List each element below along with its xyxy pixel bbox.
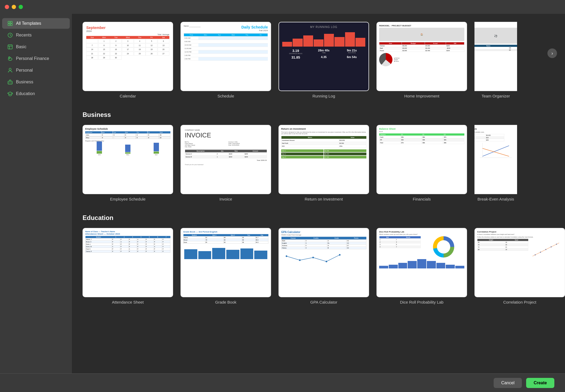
svg-rect-0 xyxy=(8,21,10,23)
education-templates-row: Name of Class — Teacher's Name Attendanc… xyxy=(83,228,554,304)
svg-point-11 xyxy=(9,68,11,70)
cal-month: September xyxy=(86,26,169,30)
template-thumb-running-log: MY RUNNING LOG xyxy=(279,22,369,91)
sidebar-item-label: Business xyxy=(16,80,33,84)
piggy-icon xyxy=(7,56,13,61)
template-label: Calendar xyxy=(120,94,136,98)
template-thumb-gpa: GPA Calculator ITEMS Grade Point Average… xyxy=(279,228,369,297)
cancel-button[interactable]: Cancel xyxy=(494,378,522,388)
close-button[interactable] xyxy=(5,5,9,9)
template-thumb-employee-schedule: Employee Schedule Employee Mon Tue Wed T… xyxy=(83,125,173,194)
content-area: September 2024 TotalAverage Sun Mon Tue … xyxy=(72,14,565,392)
maximize-button[interactable] xyxy=(19,5,23,9)
template-card-attendance[interactable]: Name of Class — Teacher's Name Attendanc… xyxy=(83,228,173,304)
scroll-right-button[interactable]: › xyxy=(547,48,557,58)
template-label: Financials xyxy=(413,197,431,201)
business-templates-row: Employee Schedule Employee Mon Tue Wed T… xyxy=(83,125,554,201)
template-label: Attendance Sheet xyxy=(112,300,144,304)
template-card-gpa[interactable]: GPA Calculator ITEMS Grade Point Average… xyxy=(279,228,369,304)
template-thumb-break-even: Break-Even Analysis Use this tool to ana… xyxy=(474,125,517,194)
template-label: Team Organizer xyxy=(482,94,510,98)
template-thumb-home-improvement: REMODEL - PROJECT BUDGET 🏠 Item Budget A… xyxy=(376,22,467,91)
template-card-invoice[interactable]: COMPANY NAME INVOICE Bill To: Client Nam… xyxy=(181,125,271,201)
sidebar-item-education[interactable]: Education xyxy=(2,88,70,99)
sidebar-item-personal-finance[interactable]: Personal Finance xyxy=(2,53,70,64)
template-card-home-improvement[interactable]: REMODEL - PROJECT BUDGET 🏠 Item Budget A… xyxy=(376,22,467,98)
sidebar-item-all-templates[interactable]: All Templates xyxy=(2,18,70,29)
briefcase-icon xyxy=(7,79,13,85)
template-card-schedule[interactable]: Name ___________ Daily Schedule Fall 202… xyxy=(181,22,271,98)
template-thumb-team-organizer: WILDCATS SOCCER ⚽ # Name Pos 1SmithGK 5J… xyxy=(474,22,517,91)
template-thumb-invoice: COMPANY NAME INVOICE Bill To: Client Nam… xyxy=(181,125,271,194)
template-label: Invoice xyxy=(219,197,232,201)
svg-line-16 xyxy=(482,146,509,156)
svg-point-10 xyxy=(9,59,10,59)
template-card-employee-schedule[interactable]: Employee Schedule Employee Mon Tue Wed T… xyxy=(83,125,173,201)
svg-rect-5 xyxy=(8,45,12,49)
template-label: Break-Even Analysis xyxy=(477,197,514,201)
template-card-calendar[interactable]: September 2024 TotalAverage Sun Mon Tue … xyxy=(83,22,173,98)
template-label: Grade Book xyxy=(215,300,236,304)
template-thumb-roi: Return on Investment This tool is design… xyxy=(279,125,369,194)
sidebar-item-label: Basic xyxy=(16,44,26,49)
template-label: Schedule xyxy=(218,94,234,98)
template-label: Running Log xyxy=(312,94,335,98)
template-thumb-calendar: September 2024 TotalAverage Sun Mon Tue … xyxy=(83,22,173,91)
sidebar-item-label: Recents xyxy=(16,33,32,38)
template-label: Employee Schedule xyxy=(110,197,145,201)
template-thumb-financials: Balance Sheet As of: Category Q1 Q2 Q3 C… xyxy=(376,125,467,194)
template-thumb-dice-roll: Dice Roll Probability Lab Which numbers … xyxy=(376,228,467,297)
sidebar: All Templates Recents Basic xyxy=(0,14,72,392)
section-heading-business: Business xyxy=(83,111,554,119)
template-label: Return on Investment xyxy=(305,197,343,201)
sidebar-item-personal[interactable]: Personal xyxy=(2,65,70,76)
create-button[interactable]: Create xyxy=(526,378,554,388)
template-card-running-log[interactable]: MY RUNNING LOG xyxy=(279,22,369,98)
svg-marker-14 xyxy=(7,92,13,95)
sidebar-item-label: Personal xyxy=(16,68,33,73)
person-icon xyxy=(7,68,13,73)
template-thumb-schedule: Name ___________ Daily Schedule Fall 202… xyxy=(181,22,271,91)
template-card-financials[interactable]: Balance Sheet As of: Category Q1 Q2 Q3 C… xyxy=(376,125,467,201)
sidebar-item-basic[interactable]: Basic xyxy=(2,42,70,52)
svg-rect-2 xyxy=(8,24,10,26)
template-label: GPA Calculator xyxy=(310,300,337,304)
svg-line-17 xyxy=(482,148,509,156)
mortarboard-icon xyxy=(7,91,13,96)
top-templates-row: September 2024 TotalAverage Sun Mon Tue … xyxy=(83,22,554,98)
sidebar-item-label: Personal Finance xyxy=(16,56,49,61)
template-thumb-attendance: Name of Class — Teacher's Name Attendanc… xyxy=(83,228,173,297)
svg-rect-1 xyxy=(10,21,12,23)
bottom-bar: Cancel Create xyxy=(0,373,565,392)
section-heading-education: Education xyxy=(83,214,554,222)
clock-icon xyxy=(7,32,13,38)
grid-icon xyxy=(7,21,13,26)
template-card-grade-book[interactable]: Grade Book — 3rd Period English Student … xyxy=(181,228,271,304)
template-card-correlation[interactable]: Correlation Project Is there a correlati… xyxy=(474,228,565,304)
template-card-dice-roll[interactable]: Dice Roll Probability Lab Which numbers … xyxy=(376,228,467,304)
template-card-break-even[interactable]: Break-Even Analysis Use this tool to ana… xyxy=(474,125,517,201)
sidebar-item-label: Education xyxy=(16,91,35,96)
svg-rect-3 xyxy=(10,24,12,26)
app-body: All Templates Recents Basic xyxy=(0,14,565,392)
title-bar xyxy=(0,0,565,14)
template-thumb-grade-book: Grade Book — 3rd Period English Student … xyxy=(181,228,271,297)
template-card-roi[interactable]: Return on Investment This tool is design… xyxy=(279,125,369,201)
sidebar-item-recents[interactable]: Recents xyxy=(2,30,70,40)
table-icon xyxy=(7,44,13,50)
template-thumb-correlation: Correlation Project Is there a correlati… xyxy=(474,228,565,297)
template-card-team-organizer[interactable]: WILDCATS SOCCER ⚽ # Name Pos 1SmithGK 5J… xyxy=(474,22,517,98)
sidebar-item-label: All Templates xyxy=(16,21,41,26)
minimize-button[interactable] xyxy=(12,5,16,9)
template-label: Dice Roll Probability Lab xyxy=(400,300,443,304)
template-label: Correlation Project xyxy=(503,300,536,304)
sidebar-item-business[interactable]: Business xyxy=(2,77,70,87)
svg-line-30 xyxy=(533,243,559,256)
template-label: Home Improvement xyxy=(404,94,439,98)
